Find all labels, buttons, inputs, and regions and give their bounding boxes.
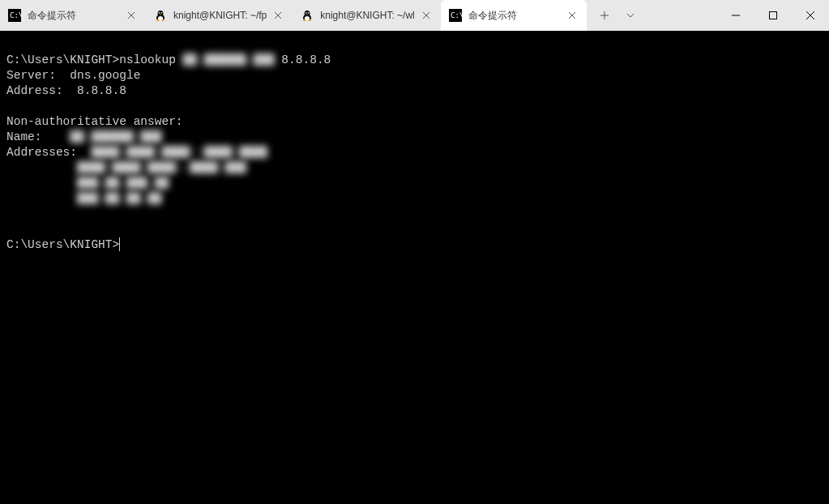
- minimize-button[interactable]: [717, 0, 754, 31]
- tab-title: 命令提示符: [468, 9, 561, 23]
- terminal-output[interactable]: C:\Users\KNIGHT>nslookup ██.██████.███ 8…: [0, 31, 829, 504]
- tab-title: 命令提示符: [28, 9, 120, 23]
- redacted-name: ██.██████.███: [70, 130, 161, 145]
- svg-point-10: [162, 19, 165, 21]
- window-controls: [717, 0, 829, 31]
- tab-linux-2[interactable]: knight@KNIGHT: ~/wl: [293, 0, 441, 31]
- cursor: [119, 237, 120, 251]
- pad: [6, 192, 77, 205]
- address-line: Address: 8.8.8.8: [6, 84, 126, 97]
- prompt-line: C:\Users\KNIGHT>: [6, 238, 119, 251]
- redacted-address-4: ███.██.██.██: [77, 191, 161, 207]
- pad: [6, 177, 77, 190]
- svg-point-7: [159, 13, 160, 14]
- close-icon[interactable]: [566, 9, 579, 22]
- server-line: Server: dns.google: [6, 69, 140, 82]
- tab-title: knight@KNIGHT: ~/wl: [320, 10, 415, 21]
- new-tab-button[interactable]: [592, 2, 617, 28]
- tux-icon: [301, 9, 314, 22]
- cmd-icon: C:\: [449, 9, 462, 22]
- redacted-address-2: ████:████:████::████:███: [77, 160, 246, 176]
- redacted-hostname: ██.██████.███: [183, 53, 275, 68]
- close-icon[interactable]: [420, 9, 433, 22]
- dns-server-arg: 8.8.8.8: [275, 53, 331, 66]
- close-window-button[interactable]: [792, 0, 829, 31]
- redacted-address-1: ████:████:████::████:████: [91, 145, 267, 160]
- titlebar: C:\ 命令提示符 knight@KNIGHT: ~/fp knight@KNI…: [0, 0, 829, 31]
- svg-point-8: [161, 13, 162, 14]
- svg-text:C:\: C:\: [451, 11, 462, 19]
- tab-linux-1[interactable]: knight@KNIGHT: ~/fp: [146, 0, 293, 31]
- close-icon[interactable]: [125, 9, 138, 22]
- svg-point-19: [309, 19, 312, 21]
- name-label: Name:: [6, 130, 70, 143]
- svg-point-9: [156, 19, 160, 21]
- tab-actions: [587, 0, 648, 31]
- tabs-container: C:\ 命令提示符 knight@KNIGHT: ~/fp knight@KNI…: [0, 0, 717, 31]
- svg-point-17: [308, 13, 309, 14]
- addresses-label: Addresses:: [6, 146, 91, 159]
- redacted-address-3: ███.██.███.██: [77, 176, 169, 191]
- non-authoritative-label: Non-authoritative answer:: [6, 115, 183, 128]
- svg-rect-22: [770, 12, 777, 19]
- tab-cmd-1[interactable]: C:\ 命令提示符: [0, 0, 146, 31]
- svg-text:C:\: C:\: [10, 11, 21, 19]
- prompt-line: C:\Users\KNIGHT>nslookup: [6, 53, 183, 66]
- cmd-icon: C:\: [8, 9, 21, 22]
- tab-cmd-2-active[interactable]: C:\ 命令提示符: [441, 0, 587, 31]
- tab-title: knight@KNIGHT: ~/fp: [173, 10, 267, 21]
- close-icon[interactable]: [271, 9, 284, 22]
- tab-dropdown-button[interactable]: [617, 2, 643, 28]
- pad: [6, 161, 77, 174]
- svg-point-18: [303, 19, 306, 21]
- tux-icon: [154, 9, 167, 22]
- svg-point-16: [306, 13, 307, 14]
- maximize-button[interactable]: [754, 0, 792, 31]
